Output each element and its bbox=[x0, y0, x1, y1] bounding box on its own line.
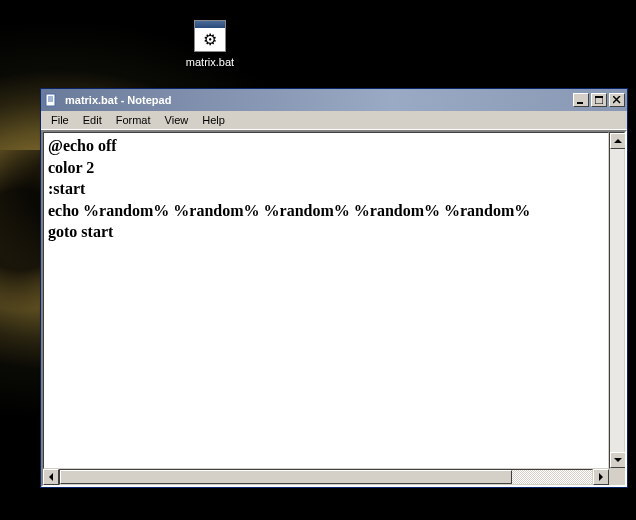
menu-file[interactable]: File bbox=[45, 113, 75, 127]
minimize-button[interactable] bbox=[573, 93, 589, 107]
horizontal-scrollbar[interactable] bbox=[43, 469, 625, 485]
desktop-icon-label: matrix.bat bbox=[186, 56, 234, 68]
titlebar[interactable]: matrix.bat - Notepad bbox=[41, 89, 627, 111]
scroll-right-button[interactable] bbox=[593, 469, 609, 485]
svg-marker-12 bbox=[599, 473, 603, 481]
scroll-up-button[interactable] bbox=[610, 133, 625, 149]
notepad-icon bbox=[43, 92, 59, 108]
menu-edit[interactable]: Edit bbox=[77, 113, 108, 127]
desktop-file-icon[interactable]: ⚙ matrix.bat bbox=[175, 20, 245, 68]
svg-rect-0 bbox=[46, 94, 55, 106]
scroll-track-vertical[interactable] bbox=[610, 149, 624, 452]
scroll-down-button[interactable] bbox=[610, 452, 625, 468]
svg-marker-10 bbox=[614, 458, 622, 462]
editor-container: @echo off color 2 :start echo %random% %… bbox=[41, 130, 627, 487]
text-editor[interactable]: @echo off color 2 :start echo %random% %… bbox=[43, 132, 609, 469]
scroll-thumb-horizontal[interactable] bbox=[60, 470, 512, 484]
svg-marker-11 bbox=[49, 473, 53, 481]
batch-file-icon: ⚙ bbox=[194, 20, 226, 52]
maximize-button[interactable] bbox=[591, 93, 607, 107]
menu-view[interactable]: View bbox=[159, 113, 195, 127]
close-button[interactable] bbox=[609, 93, 625, 107]
notepad-window: matrix.bat - Notepad File Edit Format Vi… bbox=[40, 88, 628, 488]
scrollbar-corner bbox=[609, 469, 625, 485]
window-controls bbox=[571, 93, 625, 107]
vertical-scrollbar[interactable] bbox=[609, 132, 625, 469]
window-title: matrix.bat - Notepad bbox=[63, 94, 567, 106]
scroll-left-button[interactable] bbox=[43, 469, 59, 485]
svg-rect-6 bbox=[595, 96, 603, 98]
scroll-track-horizontal[interactable] bbox=[59, 469, 593, 485]
svg-marker-9 bbox=[614, 139, 622, 143]
menu-format[interactable]: Format bbox=[110, 113, 157, 127]
svg-rect-4 bbox=[577, 102, 583, 104]
menubar: File Edit Format View Help bbox=[41, 111, 627, 130]
menu-help[interactable]: Help bbox=[196, 113, 231, 127]
